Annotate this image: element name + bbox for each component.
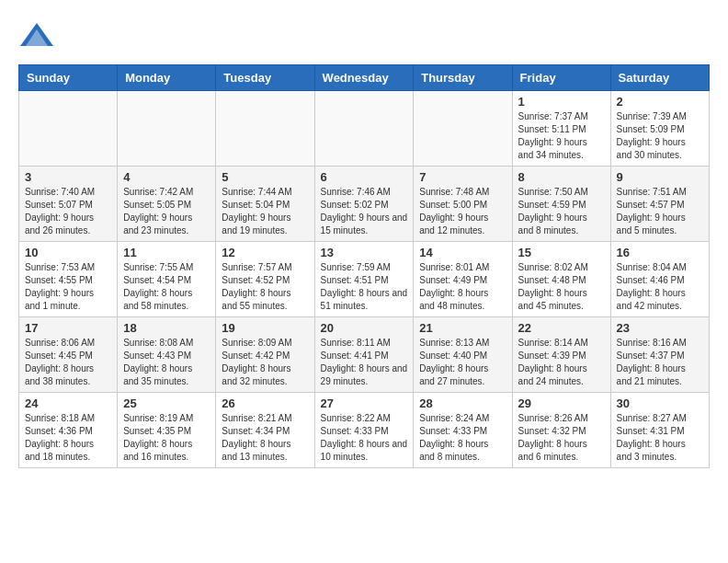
- day-info: Sunrise: 8:04 AM Sunset: 4:46 PM Dayligh…: [617, 261, 703, 313]
- day-info: Sunrise: 7:50 AM Sunset: 4:59 PM Dayligh…: [518, 186, 605, 237]
- day-number: 16: [617, 246, 703, 259]
- day-number: 26: [222, 396, 308, 410]
- day-number: 17: [25, 321, 111, 335]
- day-info: Sunrise: 8:02 AM Sunset: 4:48 PM Dayligh…: [518, 261, 605, 313]
- calendar-cell: 29Sunrise: 8:26 AM Sunset: 4:32 PM Dayli…: [512, 393, 610, 468]
- calendar-cell: 11Sunrise: 7:55 AM Sunset: 4:54 PM Dayli…: [118, 242, 216, 317]
- day-info: Sunrise: 8:08 AM Sunset: 4:43 PM Dayligh…: [123, 337, 210, 388]
- weekday-header: Thursday: [414, 65, 512, 91]
- calendar-header-row: SundayMondayTuesdayWednesdayThursdayFrid…: [19, 65, 710, 91]
- day-number: 5: [222, 170, 308, 184]
- calendar-cell: 8Sunrise: 7:50 AM Sunset: 4:59 PM Daylig…: [512, 167, 610, 242]
- logo: [18, 18, 61, 55]
- calendar-week-row: 10Sunrise: 7:53 AM Sunset: 4:55 PM Dayli…: [19, 242, 710, 317]
- calendar-cell: [216, 91, 314, 167]
- day-number: 10: [25, 246, 111, 259]
- day-info: Sunrise: 7:42 AM Sunset: 5:05 PM Dayligh…: [123, 186, 210, 237]
- calendar-cell: 28Sunrise: 8:24 AM Sunset: 4:33 PM Dayli…: [414, 393, 512, 468]
- calendar-cell: 26Sunrise: 8:21 AM Sunset: 4:34 PM Dayli…: [216, 393, 314, 468]
- day-info: Sunrise: 7:53 AM Sunset: 4:55 PM Dayligh…: [25, 261, 111, 313]
- weekday-header: Tuesday: [216, 65, 314, 91]
- calendar-week-row: 24Sunrise: 8:18 AM Sunset: 4:36 PM Dayli…: [19, 393, 710, 468]
- calendar-cell: 7Sunrise: 7:48 AM Sunset: 5:00 PM Daylig…: [414, 167, 512, 242]
- calendar-cell: 14Sunrise: 8:01 AM Sunset: 4:49 PM Dayli…: [414, 242, 512, 317]
- page-header: [18, 18, 710, 55]
- day-info: Sunrise: 8:09 AM Sunset: 4:42 PM Dayligh…: [222, 337, 308, 388]
- day-info: Sunrise: 7:44 AM Sunset: 5:04 PM Dayligh…: [222, 186, 308, 237]
- calendar-cell: 2Sunrise: 7:39 AM Sunset: 5:09 PM Daylig…: [610, 91, 709, 167]
- weekday-header: Saturday: [610, 65, 709, 91]
- day-number: 11: [123, 246, 210, 259]
- calendar-cell: 24Sunrise: 8:18 AM Sunset: 4:36 PM Dayli…: [19, 393, 118, 468]
- day-info: Sunrise: 8:18 AM Sunset: 4:36 PM Dayligh…: [25, 412, 111, 464]
- day-number: 14: [419, 246, 506, 259]
- logo-icon: [18, 18, 55, 55]
- calendar-body: 1Sunrise: 7:37 AM Sunset: 5:11 PM Daylig…: [19, 91, 710, 468]
- calendar-cell: 10Sunrise: 7:53 AM Sunset: 4:55 PM Dayli…: [19, 242, 118, 317]
- day-number: 9: [617, 170, 703, 184]
- day-number: 24: [25, 396, 111, 410]
- day-number: 29: [518, 396, 605, 410]
- calendar-cell: 25Sunrise: 8:19 AM Sunset: 4:35 PM Dayli…: [118, 393, 216, 468]
- calendar-cell: 21Sunrise: 8:13 AM Sunset: 4:40 PM Dayli…: [414, 317, 512, 393]
- calendar-cell: 5Sunrise: 7:44 AM Sunset: 5:04 PM Daylig…: [216, 167, 314, 242]
- calendar-cell: 9Sunrise: 7:51 AM Sunset: 4:57 PM Daylig…: [610, 167, 709, 242]
- day-info: Sunrise: 7:48 AM Sunset: 5:00 PM Dayligh…: [419, 186, 506, 237]
- day-number: 27: [321, 396, 408, 410]
- day-info: Sunrise: 8:14 AM Sunset: 4:39 PM Dayligh…: [518, 337, 605, 388]
- day-info: Sunrise: 8:22 AM Sunset: 4:33 PM Dayligh…: [321, 412, 408, 464]
- day-info: Sunrise: 7:46 AM Sunset: 5:02 PM Dayligh…: [321, 186, 408, 237]
- weekday-header: Friday: [512, 65, 610, 91]
- day-info: Sunrise: 8:19 AM Sunset: 4:35 PM Dayligh…: [123, 412, 210, 464]
- day-number: 28: [419, 396, 506, 410]
- calendar-cell: 27Sunrise: 8:22 AM Sunset: 4:33 PM Dayli…: [314, 393, 414, 468]
- calendar-cell: 22Sunrise: 8:14 AM Sunset: 4:39 PM Dayli…: [512, 317, 610, 393]
- calendar-week-row: 17Sunrise: 8:06 AM Sunset: 4:45 PM Dayli…: [19, 317, 710, 393]
- day-number: 6: [321, 170, 408, 184]
- day-info: Sunrise: 7:51 AM Sunset: 4:57 PM Dayligh…: [617, 186, 703, 237]
- day-info: Sunrise: 8:06 AM Sunset: 4:45 PM Dayligh…: [25, 337, 111, 388]
- day-info: Sunrise: 8:26 AM Sunset: 4:32 PM Dayligh…: [518, 412, 605, 464]
- weekday-header: Wednesday: [314, 65, 414, 91]
- calendar-week-row: 1Sunrise: 7:37 AM Sunset: 5:11 PM Daylig…: [19, 91, 710, 167]
- day-info: Sunrise: 7:55 AM Sunset: 4:54 PM Dayligh…: [123, 261, 210, 313]
- calendar-cell: 30Sunrise: 8:27 AM Sunset: 4:31 PM Dayli…: [610, 393, 709, 468]
- calendar-cell: 4Sunrise: 7:42 AM Sunset: 5:05 PM Daylig…: [118, 167, 216, 242]
- calendar-cell: 19Sunrise: 8:09 AM Sunset: 4:42 PM Dayli…: [216, 317, 314, 393]
- day-info: Sunrise: 8:01 AM Sunset: 4:49 PM Dayligh…: [419, 261, 506, 313]
- calendar-cell: 12Sunrise: 7:57 AM Sunset: 4:52 PM Dayli…: [216, 242, 314, 317]
- calendar-cell: 17Sunrise: 8:06 AM Sunset: 4:45 PM Dayli…: [19, 317, 118, 393]
- calendar-cell: [414, 91, 512, 167]
- calendar-cell: [19, 91, 118, 167]
- calendar-cell: [314, 91, 414, 167]
- day-info: Sunrise: 8:11 AM Sunset: 4:41 PM Dayligh…: [321, 337, 408, 388]
- day-number: 21: [419, 321, 506, 335]
- day-info: Sunrise: 7:39 AM Sunset: 5:09 PM Dayligh…: [617, 110, 703, 162]
- day-number: 3: [25, 170, 111, 184]
- calendar-cell: 6Sunrise: 7:46 AM Sunset: 5:02 PM Daylig…: [314, 167, 414, 242]
- weekday-header: Sunday: [19, 65, 118, 91]
- day-number: 2: [617, 95, 703, 109]
- day-info: Sunrise: 8:24 AM Sunset: 4:33 PM Dayligh…: [419, 412, 506, 464]
- day-info: Sunrise: 7:57 AM Sunset: 4:52 PM Dayligh…: [222, 261, 308, 313]
- day-number: 30: [617, 396, 703, 410]
- calendar-table: SundayMondayTuesdayWednesdayThursdayFrid…: [18, 64, 710, 468]
- day-number: 23: [617, 321, 703, 335]
- day-number: 18: [123, 321, 210, 335]
- calendar-cell: 15Sunrise: 8:02 AM Sunset: 4:48 PM Dayli…: [512, 242, 610, 317]
- day-number: 19: [222, 321, 308, 335]
- calendar-cell: 13Sunrise: 7:59 AM Sunset: 4:51 PM Dayli…: [314, 242, 414, 317]
- day-info: Sunrise: 8:21 AM Sunset: 4:34 PM Dayligh…: [222, 412, 308, 464]
- calendar-cell: [118, 91, 216, 167]
- calendar-cell: 3Sunrise: 7:40 AM Sunset: 5:07 PM Daylig…: [19, 167, 118, 242]
- day-number: 25: [123, 396, 210, 410]
- calendar-cell: 1Sunrise: 7:37 AM Sunset: 5:11 PM Daylig…: [512, 91, 610, 167]
- day-number: 13: [321, 246, 408, 259]
- calendar-cell: 18Sunrise: 8:08 AM Sunset: 4:43 PM Dayli…: [118, 317, 216, 393]
- day-info: Sunrise: 7:59 AM Sunset: 4:51 PM Dayligh…: [321, 261, 408, 313]
- day-number: 1: [518, 95, 605, 109]
- day-number: 7: [419, 170, 506, 184]
- day-info: Sunrise: 8:16 AM Sunset: 4:37 PM Dayligh…: [617, 337, 703, 388]
- day-number: 15: [518, 246, 605, 259]
- calendar-cell: 23Sunrise: 8:16 AM Sunset: 4:37 PM Dayli…: [610, 317, 709, 393]
